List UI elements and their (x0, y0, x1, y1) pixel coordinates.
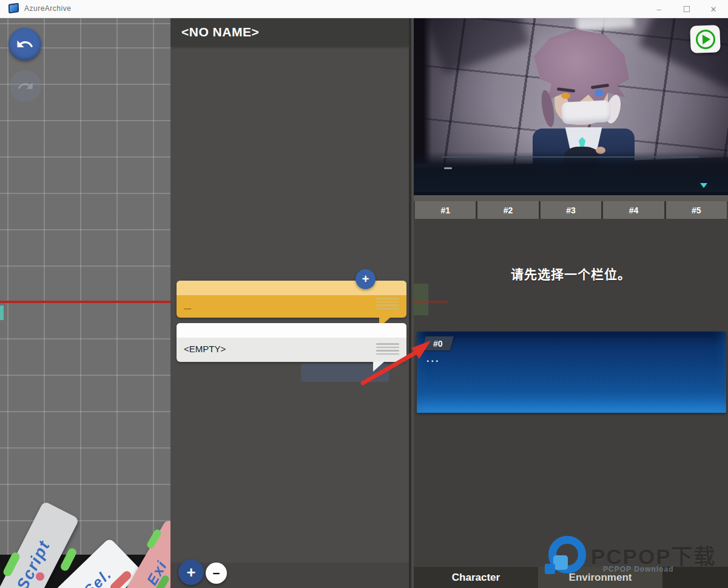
slot-tab-3[interactable]: #3 (541, 201, 601, 219)
script-tag-label: Script (13, 537, 54, 588)
minimize-button[interactable]: – (645, 0, 672, 18)
drag-handle-icon[interactable] (376, 298, 399, 309)
speaker-name-label: <NO NAME> (181, 25, 259, 39)
maximize-button[interactable] (673, 0, 700, 18)
timeline-marker (0, 306, 4, 320)
scene-preview (414, 18, 728, 195)
slot-tab-1[interactable]: #1 (415, 201, 476, 219)
close-icon: ✕ (710, 5, 717, 14)
dialogue-bottom-edge (414, 192, 728, 195)
plus-icon: + (187, 564, 196, 581)
play-button[interactable] (690, 25, 721, 53)
inspector-panel: #1 #2 #3 #4 #5 请先选择一个栏位。 #0 ... Characte… (414, 18, 728, 588)
slot-tab-2[interactable]: #2 (477, 201, 538, 219)
slot-tab-4[interactable]: #4 (603, 201, 664, 219)
speaker-name-header: <NO NAME> (170, 18, 409, 46)
minus-icon: − (212, 566, 220, 581)
maximize-icon (684, 6, 690, 12)
slot-tab-5[interactable]: #5 (666, 201, 727, 219)
app-logo-icon (8, 3, 19, 13)
play-icon (695, 29, 715, 49)
node-grid-panel[interactable]: Script Sel. Exi (0, 18, 170, 588)
dialogue-box (414, 152, 728, 195)
minimize-icon: – (656, 5, 661, 14)
message-list-panel: <NO NAME> — + <EMPTY> + − (170, 18, 411, 588)
select-slot-hint: 请先选择一个栏位。 (414, 264, 728, 282)
dialogue-dash (444, 167, 452, 169)
sel-tag-label: Sel. (80, 564, 115, 588)
app-title: AzureArchive (24, 4, 71, 13)
undo-button[interactable] (8, 28, 41, 61)
undo-icon (16, 35, 34, 53)
timeline-red-line (0, 301, 170, 303)
bottom-tab-bar: Character Environment (414, 567, 728, 588)
pink-dot-icon (36, 572, 44, 581)
add-message-button[interactable]: + (356, 269, 376, 289)
slot-tab-bar: #1 #2 #3 #4 #5 (415, 201, 727, 219)
tab-character[interactable]: Character (414, 567, 538, 588)
title-bar: AzureArchive – ✕ (0, 0, 728, 18)
app-window: AzureArchive – ✕ Script Sel. Exi (0, 0, 728, 588)
tab-strip-divider (414, 195, 728, 201)
empty-card-label: <EMPTY> (184, 344, 226, 354)
slot-0-panel[interactable]: #0 ... (417, 332, 726, 413)
close-button[interactable]: ✕ (700, 0, 727, 18)
add-entry-button[interactable]: + (178, 560, 204, 585)
background-artifact (414, 301, 448, 303)
dialogue-divider (442, 156, 699, 158)
redo-button[interactable] (10, 70, 41, 102)
tab-environment[interactable]: Environment (538, 567, 662, 588)
next-indicator-icon (700, 183, 707, 188)
plus-icon: + (362, 272, 369, 286)
message-card-text: — (184, 304, 191, 313)
annotation-arrow (357, 335, 438, 388)
background-artifact (414, 284, 428, 315)
remove-entry-button[interactable]: − (206, 563, 227, 584)
redo-icon (17, 78, 34, 95)
